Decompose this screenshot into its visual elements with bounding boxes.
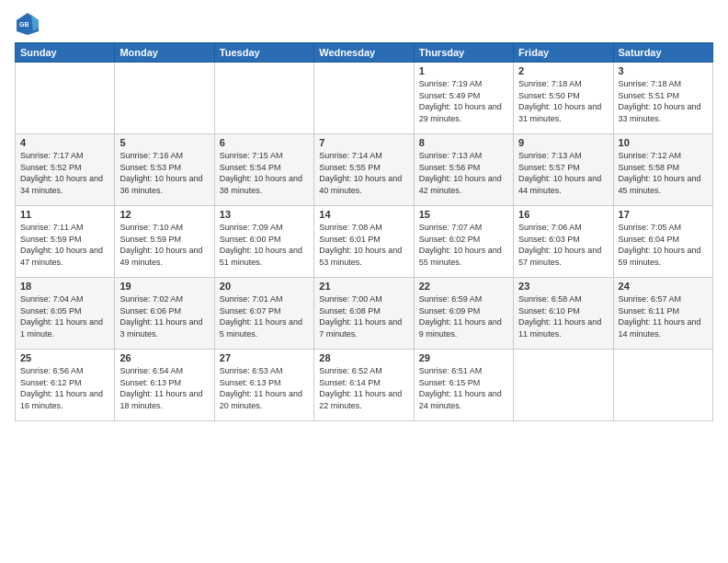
calendar-cell: 11Sunrise: 7:11 AM Sunset: 5:59 PM Dayli… <box>16 206 115 278</box>
day-number: 27 <box>220 352 309 363</box>
day-info: Sunrise: 6:58 AM Sunset: 6:10 PM Dayligh… <box>518 293 608 339</box>
day-header-friday: Friday <box>514 43 613 63</box>
day-number: 7 <box>319 137 408 148</box>
day-number: 6 <box>220 137 309 148</box>
calendar-week-row: 18Sunrise: 7:04 AM Sunset: 6:05 PM Dayli… <box>16 278 713 350</box>
day-header-thursday: Thursday <box>414 43 513 63</box>
calendar-week-row: 1Sunrise: 7:19 AM Sunset: 5:49 PM Daylig… <box>16 63 713 134</box>
day-info: Sunrise: 7:17 AM Sunset: 5:52 PM Dayligh… <box>20 150 109 196</box>
day-info: Sunrise: 7:05 AM Sunset: 6:04 PM Dayligh… <box>619 222 708 268</box>
day-number: 8 <box>419 137 508 148</box>
day-number: 22 <box>419 281 508 292</box>
day-info: Sunrise: 6:59 AM Sunset: 6:09 PM Dayligh… <box>419 293 508 339</box>
day-info: Sunrise: 6:57 AM Sunset: 6:11 PM Dayligh… <box>619 293 708 339</box>
day-number: 21 <box>319 281 408 292</box>
calendar-cell <box>115 63 214 134</box>
day-number: 20 <box>220 281 309 292</box>
logo: GB <box>15 11 44 37</box>
day-number: 9 <box>518 137 608 148</box>
day-info: Sunrise: 7:14 AM Sunset: 5:55 PM Dayligh… <box>319 150 408 196</box>
day-info: Sunrise: 7:10 AM Sunset: 5:59 PM Dayligh… <box>119 222 209 268</box>
logo-icon: GB <box>15 11 40 37</box>
day-info: Sunrise: 7:13 AM Sunset: 5:57 PM Dayligh… <box>518 150 608 196</box>
day-info: Sunrise: 6:52 AM Sunset: 6:14 PM Dayligh… <box>319 365 408 411</box>
day-info: Sunrise: 7:00 AM Sunset: 6:08 PM Dayligh… <box>319 293 408 339</box>
day-number: 13 <box>220 209 309 220</box>
day-number: 18 <box>20 281 109 292</box>
day-info: Sunrise: 7:01 AM Sunset: 6:07 PM Dayligh… <box>220 293 309 339</box>
calendar-cell: 17Sunrise: 7:05 AM Sunset: 6:04 PM Dayli… <box>613 206 712 278</box>
day-info: Sunrise: 7:13 AM Sunset: 5:56 PM Dayligh… <box>419 150 508 196</box>
day-info: Sunrise: 7:11 AM Sunset: 5:59 PM Dayligh… <box>20 222 109 268</box>
calendar-cell: 5Sunrise: 7:16 AM Sunset: 5:53 PM Daylig… <box>115 134 214 206</box>
day-info: Sunrise: 7:18 AM Sunset: 5:51 PM Dayligh… <box>619 78 708 124</box>
calendar-week-row: 11Sunrise: 7:11 AM Sunset: 5:59 PM Dayli… <box>16 206 713 278</box>
day-info: Sunrise: 7:04 AM Sunset: 6:05 PM Dayligh… <box>20 293 109 339</box>
day-info: Sunrise: 7:12 AM Sunset: 5:58 PM Dayligh… <box>619 150 708 196</box>
calendar-cell: 2Sunrise: 7:18 AM Sunset: 5:50 PM Daylig… <box>514 63 613 134</box>
day-number: 16 <box>518 209 608 220</box>
calendar-cell <box>514 350 613 421</box>
day-header-saturday: Saturday <box>613 43 712 63</box>
calendar-cell: 24Sunrise: 6:57 AM Sunset: 6:11 PM Dayli… <box>613 278 712 350</box>
day-number: 26 <box>119 352 209 363</box>
calendar-week-row: 25Sunrise: 6:56 AM Sunset: 6:12 PM Dayli… <box>16 350 713 421</box>
day-number: 24 <box>619 281 708 292</box>
calendar-cell: 26Sunrise: 6:54 AM Sunset: 6:13 PM Dayli… <box>115 350 214 421</box>
day-info: Sunrise: 6:51 AM Sunset: 6:15 PM Dayligh… <box>419 365 508 411</box>
day-number: 10 <box>619 137 708 148</box>
calendar-week-row: 4Sunrise: 7:17 AM Sunset: 5:52 PM Daylig… <box>16 134 713 206</box>
day-number: 19 <box>119 281 209 292</box>
day-info: Sunrise: 7:19 AM Sunset: 5:49 PM Dayligh… <box>419 78 508 124</box>
day-number: 28 <box>319 352 408 363</box>
calendar-cell: 18Sunrise: 7:04 AM Sunset: 6:05 PM Dayli… <box>16 278 115 350</box>
day-info: Sunrise: 6:54 AM Sunset: 6:13 PM Dayligh… <box>119 365 209 411</box>
calendar-cell: 25Sunrise: 6:56 AM Sunset: 6:12 PM Dayli… <box>16 350 115 421</box>
day-info: Sunrise: 7:18 AM Sunset: 5:50 PM Dayligh… <box>518 78 608 124</box>
calendar-cell: 27Sunrise: 6:53 AM Sunset: 6:13 PM Dayli… <box>214 350 313 421</box>
calendar-cell: 15Sunrise: 7:07 AM Sunset: 6:02 PM Dayli… <box>414 206 513 278</box>
calendar-cell: 23Sunrise: 6:58 AM Sunset: 6:10 PM Dayli… <box>514 278 613 350</box>
day-number: 1 <box>419 65 508 76</box>
calendar-cell <box>16 63 115 134</box>
calendar-header-row: SundayMondayTuesdayWednesdayThursdayFrid… <box>16 43 713 63</box>
calendar-table: SundayMondayTuesdayWednesdayThursdayFrid… <box>15 42 713 421</box>
calendar-cell: 7Sunrise: 7:14 AM Sunset: 5:55 PM Daylig… <box>314 134 414 206</box>
calendar-cell: 29Sunrise: 6:51 AM Sunset: 6:15 PM Dayli… <box>414 350 513 421</box>
calendar-cell: 14Sunrise: 7:08 AM Sunset: 6:01 PM Dayli… <box>314 206 414 278</box>
day-number: 11 <box>20 209 109 220</box>
calendar-cell: 6Sunrise: 7:15 AM Sunset: 5:54 PM Daylig… <box>214 134 313 206</box>
day-number: 5 <box>119 137 209 148</box>
day-info: Sunrise: 7:09 AM Sunset: 6:00 PM Dayligh… <box>220 222 309 268</box>
calendar-cell: 12Sunrise: 7:10 AM Sunset: 5:59 PM Dayli… <box>115 206 214 278</box>
day-number: 23 <box>518 281 608 292</box>
day-info: Sunrise: 7:06 AM Sunset: 6:03 PM Dayligh… <box>518 222 608 268</box>
calendar-cell: 28Sunrise: 6:52 AM Sunset: 6:14 PM Dayli… <box>314 350 414 421</box>
calendar-cell: 10Sunrise: 7:12 AM Sunset: 5:58 PM Dayli… <box>613 134 712 206</box>
svg-text:GB: GB <box>19 21 29 28</box>
day-header-tuesday: Tuesday <box>214 43 313 63</box>
day-number: 29 <box>419 352 508 363</box>
day-info: Sunrise: 7:15 AM Sunset: 5:54 PM Dayligh… <box>220 150 309 196</box>
calendar-cell: 16Sunrise: 7:06 AM Sunset: 6:03 PM Dayli… <box>514 206 613 278</box>
calendar-cell: 1Sunrise: 7:19 AM Sunset: 5:49 PM Daylig… <box>414 63 513 134</box>
header: GB <box>15 11 713 37</box>
calendar-cell: 8Sunrise: 7:13 AM Sunset: 5:56 PM Daylig… <box>414 134 513 206</box>
calendar-cell: 20Sunrise: 7:01 AM Sunset: 6:07 PM Dayli… <box>214 278 313 350</box>
calendar-cell: 21Sunrise: 7:00 AM Sunset: 6:08 PM Dayli… <box>314 278 414 350</box>
calendar-cell: 22Sunrise: 6:59 AM Sunset: 6:09 PM Dayli… <box>414 278 513 350</box>
day-number: 3 <box>619 65 708 76</box>
calendar-cell <box>314 63 414 134</box>
calendar-cell: 19Sunrise: 7:02 AM Sunset: 6:06 PM Dayli… <box>115 278 214 350</box>
day-info: Sunrise: 7:08 AM Sunset: 6:01 PM Dayligh… <box>319 222 408 268</box>
day-info: Sunrise: 7:02 AM Sunset: 6:06 PM Dayligh… <box>119 293 209 339</box>
page: GB SundayMondayTuesdayWednesdayThursdayF… <box>0 0 728 563</box>
day-number: 25 <box>20 352 109 363</box>
day-number: 2 <box>518 65 608 76</box>
day-header-wednesday: Wednesday <box>314 43 414 63</box>
day-number: 12 <box>119 209 209 220</box>
day-info: Sunrise: 7:16 AM Sunset: 5:53 PM Dayligh… <box>119 150 209 196</box>
day-number: 4 <box>20 137 109 148</box>
calendar-cell: 13Sunrise: 7:09 AM Sunset: 6:00 PM Dayli… <box>214 206 313 278</box>
calendar-cell <box>214 63 313 134</box>
